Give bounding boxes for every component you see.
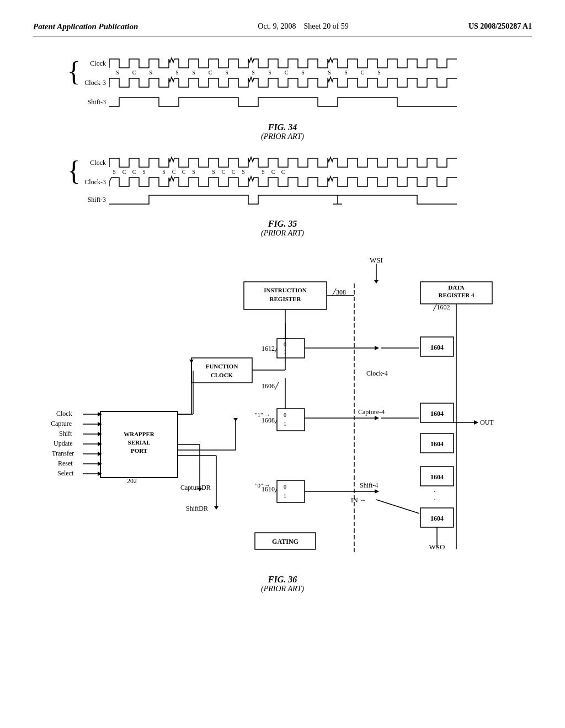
shift3-waveform-35: [109, 192, 457, 207]
svg-text:CaptureDR: CaptureDR: [180, 484, 211, 491]
header-date-sheet: Oct. 9, 2008 Sheet 20 of 59: [258, 22, 348, 31]
svg-text:1604: 1604: [430, 515, 444, 522]
svg-text:Update: Update: [54, 440, 73, 447]
svg-text:OUT: OUT: [480, 419, 494, 426]
svg-text:DATA: DATA: [448, 284, 465, 291]
sheet-info: Sheet 20 of 59: [304, 22, 349, 30]
svg-text:Select: Select: [57, 469, 74, 477]
svg-marker-114: [233, 418, 238, 421]
svg-text:·: ·: [434, 488, 436, 496]
page-header: Patent Application Publication Oct. 9, 2…: [33, 22, 532, 36]
shift3-label-34: Shift-3: [77, 98, 109, 106]
svg-text:INSTRUCTION: INSTRUCTION: [264, 287, 307, 293]
svg-text:CLOCK: CLOCK: [211, 372, 233, 378]
svg-text:"0" →: "0" →: [255, 482, 270, 489]
svg-text:ShiftDR: ShiftDR: [186, 505, 208, 512]
svg-text:1606╱: 1606╱: [262, 382, 279, 390]
svg-text:Clock-4: Clock-4: [366, 370, 388, 377]
svg-text:REGISTER 4: REGISTER 4: [438, 292, 475, 298]
svg-text:PORT: PORT: [131, 447, 148, 454]
figure-36: WSI DATA REGISTER 4 ╱1602 INSTRUCTION RE…: [33, 251, 532, 593]
circuit-svg-36: WSI DATA REGISTER 4 ╱1602 INSTRUCTION RE…: [45, 251, 520, 577]
svg-text:Capture: Capture: [51, 420, 72, 427]
timing-diagram-35: { Clock S C C S S C C S S C: [67, 152, 498, 216]
svg-text:╱308: ╱308: [332, 288, 346, 296]
clock-label-34: Clock: [77, 60, 109, 68]
shift3-label-35: Shift-3: [77, 196, 109, 204]
svg-text:SERIAL: SERIAL: [128, 439, 151, 446]
clock3-row-35: Clock-3: [77, 174, 457, 190]
svg-rect-53: [277, 339, 305, 358]
svg-rect-39: [191, 358, 252, 383]
svg-marker-72: [375, 416, 379, 420]
svg-text:Clock: Clock: [56, 410, 72, 417]
clock-row-35: Clock: [77, 155, 457, 170]
svg-line-99: [376, 500, 419, 513]
svg-text:╱1602: ╱1602: [433, 303, 450, 311]
clock-waveform-34: [109, 56, 457, 71]
svg-rect-65: [277, 409, 305, 431]
svg-text:1604: 1604: [430, 440, 444, 448]
svg-text:1: 1: [284, 493, 286, 499]
shift3-row-35: Shift-3: [77, 192, 457, 207]
svg-marker-90: [375, 489, 379, 494]
clock3-row-34: Clock-3: [77, 75, 457, 90]
figure-35: { Clock S C C S S C C S S C: [33, 152, 532, 238]
svg-rect-83: [277, 480, 305, 502]
clock-waveform-35: [109, 155, 457, 170]
svg-text:WRAPPER: WRAPPER: [124, 431, 155, 437]
svg-text:1612╱: 1612╱: [262, 344, 279, 352]
clock3-label-35: Clock-3: [77, 178, 109, 186]
shift3-waveform-34: [109, 94, 457, 110]
svg-text:FUNCTION: FUNCTION: [206, 363, 238, 370]
circuit-36: WSI DATA REGISTER 4 ╱1602 INSTRUCTION RE…: [45, 251, 520, 571]
svg-marker-108: [214, 506, 218, 510]
svg-text:Shift-4: Shift-4: [360, 481, 378, 489]
svg-text:1604: 1604: [430, 410, 444, 417]
svg-text:"1" →: "1" →: [255, 411, 270, 418]
clock3-label-34: Clock-3: [77, 79, 109, 87]
svg-text:Shift: Shift: [59, 430, 72, 437]
svg-text:·: ·: [434, 496, 436, 504]
clock3-waveform-35: [109, 174, 457, 190]
svg-marker-80: [474, 420, 478, 425]
page: Patent Application Publication Oct. 9, 2…: [0, 0, 565, 728]
fig35-caption: FIG. 35 (PRIOR ART): [261, 219, 304, 238]
svg-text:0: 0: [284, 412, 286, 418]
svg-text:1604: 1604: [430, 344, 444, 351]
svg-marker-1: [374, 280, 379, 283]
publication-date: Oct. 9, 2008: [258, 22, 296, 30]
fig36-caption: FIG. 36 (PRIOR ART): [261, 575, 304, 593]
fig34-caption: FIG. 34 (PRIOR ART): [261, 122, 304, 141]
svg-text:1: 1: [284, 421, 286, 427]
svg-marker-58: [375, 346, 379, 350]
svg-text:0: 0: [284, 484, 286, 490]
clock3-waveform-34: [109, 75, 457, 90]
svg-text:Reset: Reset: [58, 459, 73, 467]
svg-text:Capture-4: Capture-4: [358, 408, 385, 416]
shift3-row-34: Shift-3: [77, 94, 457, 110]
figure-34: { Clock S C S S S C S S S: [33, 53, 532, 141]
svg-text:REGISTER: REGISTER: [270, 296, 302, 302]
timing-diagram-34: { Clock S C S S S C S S S: [67, 53, 498, 119]
publication-title: Patent Application Publication: [33, 22, 138, 31]
clock-row-34: Clock: [77, 56, 457, 71]
svg-text:GATING: GATING: [272, 538, 299, 545]
svg-text:202: 202: [127, 477, 137, 485]
clock-label-35: Clock: [77, 159, 109, 167]
svg-text:Transfer: Transfer: [52, 449, 74, 457]
svg-text:IN →: IN →: [351, 496, 366, 504]
wsi-label: WSI: [370, 256, 383, 264]
svg-text:1604: 1604: [430, 473, 444, 481]
patent-number: US 2008/250287 A1: [468, 22, 532, 31]
